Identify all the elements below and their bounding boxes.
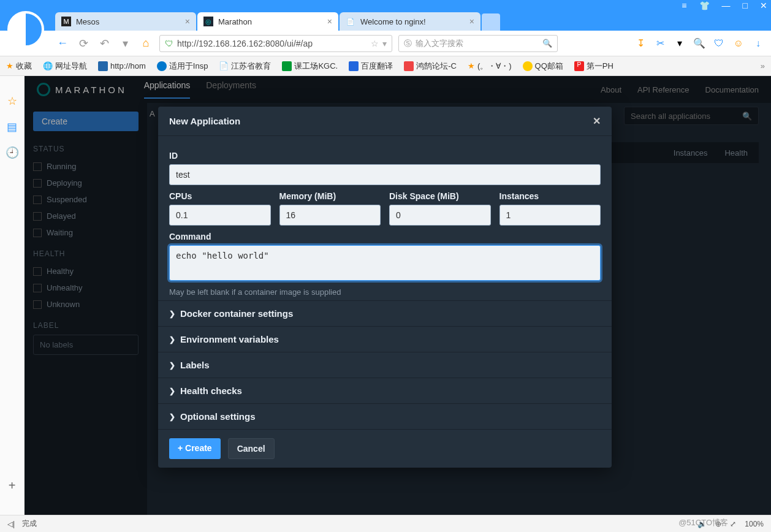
favicon-marathon: ◎ bbox=[203, 17, 213, 26]
bookmark-item[interactable]: ★(。・∀・) bbox=[468, 61, 512, 72]
bookmarks-more-icon[interactable]: » bbox=[761, 61, 765, 70]
tab-marathon[interactable]: ◎ Marathon × bbox=[197, 12, 338, 31]
modal-accordion: ❯Docker container settings ❯Environment … bbox=[158, 300, 612, 430]
zoom-level[interactable]: 100% bbox=[745, 520, 764, 528]
command-input[interactable] bbox=[169, 245, 601, 281]
tab-label: Mesos bbox=[76, 17, 99, 26]
status-text: 完成 bbox=[22, 519, 37, 529]
bookmark-item[interactable]: 📄江苏省教育 bbox=[219, 61, 271, 72]
tab-close-icon[interactable]: × bbox=[469, 17, 474, 26]
status-left-icon[interactable]: ◁| bbox=[7, 520, 15, 528]
bookmark-item[interactable]: 课工场KGC. bbox=[282, 61, 338, 72]
home-button[interactable]: ⌂ bbox=[139, 37, 153, 50]
watermark: @51CTO博客 bbox=[678, 517, 728, 528]
tab-mesos[interactable]: M Mesos × bbox=[55, 12, 196, 31]
command-hint: May be left blank if a container image i… bbox=[169, 287, 601, 297]
acc-health[interactable]: ❯Health checks bbox=[158, 378, 612, 404]
theme-icon[interactable]: 👕 bbox=[699, 1, 710, 10]
minimize-icon[interactable]: — bbox=[722, 1, 731, 10]
chevron-right-icon: ❯ bbox=[169, 412, 175, 421]
memory-input[interactable] bbox=[279, 205, 381, 226]
add-panel-icon[interactable]: + bbox=[9, 479, 16, 493]
undo-button[interactable]: ↶ bbox=[97, 37, 112, 50]
refresh-button[interactable]: ⟳ bbox=[76, 37, 91, 50]
status-bar: ◁| 完成 🔈 ⊕ ⤢ 100% bbox=[0, 515, 771, 532]
acc-optional[interactable]: ❯Optional settings bbox=[158, 404, 612, 430]
clock-icon[interactable]: 🕘 bbox=[6, 146, 19, 159]
acc-env[interactable]: ❯Environment variables bbox=[158, 327, 612, 352]
fullscreen-icon[interactable]: ⤢ bbox=[730, 520, 736, 528]
cpus-input[interactable] bbox=[169, 205, 271, 226]
cancel-button[interactable]: Cancel bbox=[228, 438, 275, 459]
chevron-right-icon: ❯ bbox=[169, 335, 175, 344]
browser-logo bbox=[7, 11, 44, 48]
book-icon[interactable]: ▤ bbox=[7, 120, 17, 134]
disk-input[interactable] bbox=[389, 205, 491, 226]
url-text: http://192.168.126.162:8080/ui/#/ap bbox=[177, 39, 313, 48]
command-label: Command bbox=[169, 232, 601, 241]
search-icon[interactable]: 🔍 bbox=[542, 39, 552, 48]
download-icon[interactable]: ↧ bbox=[634, 37, 647, 50]
browser-side-strip: ☆ ▤ 🕘 + bbox=[0, 76, 25, 515]
browser-tabs: M Mesos × ◎ Marathon × 📄 Welcome to ngin… bbox=[0, 11, 771, 31]
menu-icon[interactable]: ≡ bbox=[682, 1, 686, 10]
search-engine-icon: Ⓢ bbox=[404, 38, 412, 49]
star-icon[interactable]: ☆ bbox=[7, 94, 17, 108]
cpus-label: CPUs bbox=[169, 191, 271, 201]
acc-docker[interactable]: ❯Docker container settings bbox=[158, 301, 612, 327]
arrow-down-icon[interactable]: ↓ bbox=[751, 37, 765, 50]
bookmark-item[interactable]: 百度翻译 bbox=[349, 61, 393, 72]
back-button[interactable]: ← bbox=[55, 37, 70, 50]
bookmark-item[interactable]: P第一PH bbox=[574, 61, 613, 72]
favicon-nginx: 📄 bbox=[346, 17, 355, 26]
marathon-app: MARATHON Applications Deployments About … bbox=[25, 76, 771, 515]
instances-label: Instances bbox=[499, 191, 601, 201]
scissors-icon[interactable]: ✂ bbox=[653, 37, 667, 50]
star-icon[interactable]: ☆ bbox=[371, 39, 379, 48]
memory-label: Memory (MiB) bbox=[279, 191, 381, 201]
bookmark-item[interactable]: 鸿鹄论坛-C bbox=[404, 61, 457, 72]
address-bar-row: ← ⟳ ↶ ▾ ⌂ 🛡 http://192.168.126.162:8080/… bbox=[0, 31, 771, 56]
id-label: ID bbox=[169, 151, 601, 161]
modal-title: New Application bbox=[169, 116, 240, 126]
bookmark-item[interactable]: 🌐网址导航 bbox=[43, 61, 87, 72]
tab-nginx[interactable]: 📄 Welcome to nginx! × bbox=[340, 12, 480, 31]
tab-label: Welcome to nginx! bbox=[360, 17, 426, 26]
modal-close-icon[interactable]: ✕ bbox=[593, 115, 601, 127]
acc-labels[interactable]: ❯Labels bbox=[158, 352, 612, 378]
instances-input[interactable] bbox=[499, 205, 601, 226]
new-tab-button[interactable] bbox=[482, 13, 500, 31]
face-icon[interactable]: ☺ bbox=[732, 37, 745, 50]
window-controls: ≡ 👕 — □ ✕ bbox=[0, 0, 771, 11]
chevron-right-icon: ❯ bbox=[169, 387, 175, 395]
search-tool-icon[interactable]: 🔍 bbox=[693, 37, 706, 50]
bookmark-item[interactable]: 适用于Insp bbox=[157, 61, 208, 72]
bookmarks-bar: ★收藏 🌐网址导航 http://hom 适用于Insp 📄江苏省教育 课工场K… bbox=[0, 56, 771, 76]
shield-icon: 🛡 bbox=[165, 39, 173, 48]
new-application-modal: New Application ✕ ID CPUs Memory (MiB) D… bbox=[158, 107, 612, 468]
close-icon[interactable]: ✕ bbox=[760, 1, 767, 10]
maximize-icon[interactable]: □ bbox=[743, 1, 748, 10]
bookmark-item[interactable]: http://hom bbox=[98, 61, 146, 71]
search-placeholder: 输入文字搜索 bbox=[416, 38, 463, 49]
tab-label: Marathon bbox=[218, 17, 252, 26]
chevron-right-icon: ❯ bbox=[169, 361, 175, 370]
dropdown-icon[interactable]: ▾ bbox=[673, 37, 686, 50]
favicon-mesos: M bbox=[61, 17, 71, 26]
browser-search-input[interactable]: Ⓢ 输入文字搜索 🔍 bbox=[398, 35, 558, 52]
tab-close-icon[interactable]: × bbox=[185, 17, 190, 26]
bookmark-item[interactable]: QQ邮箱 bbox=[523, 61, 563, 72]
id-input[interactable] bbox=[169, 164, 601, 185]
disk-label: Disk Space (MiB) bbox=[389, 191, 491, 201]
tab-close-icon[interactable]: × bbox=[327, 17, 332, 26]
shield-tool-icon[interactable]: 🛡 bbox=[712, 37, 726, 50]
create-submit-button[interactable]: + Create bbox=[169, 438, 221, 459]
favorites-button[interactable]: ★收藏 bbox=[6, 61, 32, 72]
url-input[interactable]: 🛡 http://192.168.126.162:8080/ui/#/ap ☆ … bbox=[159, 35, 392, 52]
chevron-right-icon: ❯ bbox=[169, 310, 175, 318]
